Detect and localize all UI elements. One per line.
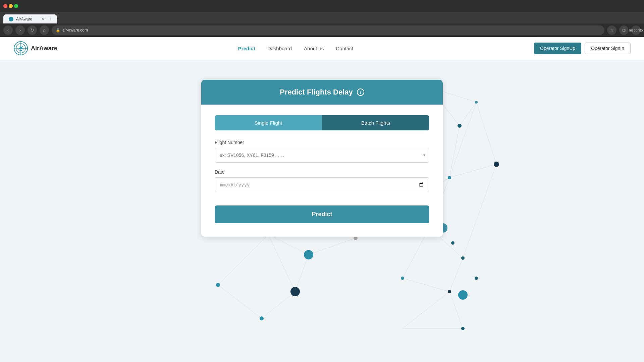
svg-line-22 xyxy=(218,285,262,318)
page-content: AirAware Predict Dashboard About us Cont… xyxy=(0,37,644,362)
logo-area[interactable]: AirAware xyxy=(13,41,57,56)
browser-window-frame xyxy=(0,0,644,12)
svg-point-40 xyxy=(290,287,300,296)
lock-icon: 🔒 xyxy=(56,28,60,33)
svg-point-41 xyxy=(216,283,220,287)
card-header: Predict Flights Delay i xyxy=(201,80,443,105)
card-body: Single Flight Batch Flights Flight Numbe… xyxy=(201,105,443,237)
browser-tab[interactable]: AirAware ✕ + xyxy=(3,14,57,23)
card-title: Predict Flights Delay xyxy=(280,88,353,97)
bookmark-icon[interactable]: ☆ xyxy=(607,25,616,35)
home-button[interactable]: ⌂ xyxy=(40,25,49,35)
nav-link-about[interactable]: About us xyxy=(304,46,324,51)
tab-favicon-icon xyxy=(9,17,13,21)
logo-icon xyxy=(13,41,28,56)
extensions-icon[interactable]: ⧉ xyxy=(619,25,629,35)
url-text: air-aware.com xyxy=(62,28,88,33)
svg-point-34 xyxy=(448,290,451,293)
svg-line-12 xyxy=(449,258,463,292)
flight-number-input[interactable] xyxy=(215,148,429,163)
svg-line-19 xyxy=(295,255,309,292)
main-content: Predict Flights Delay i Single Flight Ba… xyxy=(0,60,644,257)
nav-links: Predict Dashboard About us Contact xyxy=(238,46,353,51)
svg-point-36 xyxy=(461,327,465,330)
predict-card: Predict Flights Delay i Single Flight Ba… xyxy=(201,80,443,237)
flight-number-label: Flight Number xyxy=(215,140,429,145)
info-icon[interactable]: i xyxy=(357,88,364,96)
address-bar[interactable]: 🔒 air-aware.com xyxy=(52,25,604,35)
svg-line-23 xyxy=(262,292,295,318)
nav-actions: Operator SignUp Operator SignIn xyxy=(534,43,631,54)
date-input[interactable] xyxy=(215,177,429,192)
tab-label: AirAware xyxy=(16,17,32,21)
reload-button[interactable]: ↻ xyxy=(28,25,37,35)
tab-bar: AirAware ✕ + xyxy=(0,12,644,23)
logo-text: AirAware xyxy=(31,45,57,52)
svg-line-17 xyxy=(402,292,449,328)
nav-link-predict[interactable]: Predict xyxy=(238,46,255,51)
batch-flights-tab[interactable]: Batch Flights xyxy=(322,115,429,130)
back-button[interactable]: ‹ xyxy=(3,25,13,35)
svg-point-54 xyxy=(20,48,21,49)
navbar: AirAware Predict Dashboard About us Cont… xyxy=(0,37,644,60)
svg-point-42 xyxy=(260,316,264,320)
date-group: Date xyxy=(215,169,429,192)
address-bar-row: ‹ › ↻ ⌂ 🔒 air-aware.com ☆ ⧉ Incognito xyxy=(0,23,644,37)
svg-point-47 xyxy=(475,277,478,280)
flight-number-group: Flight Number ▾ xyxy=(215,140,429,163)
nav-link-dashboard[interactable]: Dashboard xyxy=(267,46,292,51)
operator-signin-button[interactable]: Operator SignIn xyxy=(585,43,631,54)
svg-point-33 xyxy=(461,256,465,260)
tab-buttons: Single Flight Batch Flights xyxy=(215,115,429,130)
svg-point-46 xyxy=(458,290,468,300)
svg-line-13 xyxy=(402,278,449,292)
new-tab-icon[interactable]: + xyxy=(49,16,52,21)
profile-button[interactable]: Incognito xyxy=(631,25,641,35)
forward-button[interactable]: › xyxy=(15,25,25,35)
nav-link-contact[interactable]: Contact xyxy=(336,46,353,51)
flight-number-input-wrapper: ▾ xyxy=(215,148,429,163)
predict-button[interactable]: Predict xyxy=(215,205,429,223)
svg-line-15 xyxy=(449,292,463,328)
date-label: Date xyxy=(215,169,429,175)
svg-point-35 xyxy=(401,277,404,280)
tab-close-icon[interactable]: ✕ xyxy=(41,17,44,21)
single-flight-tab[interactable]: Single Flight xyxy=(215,115,322,130)
operator-signup-button[interactable]: Operator SignUp xyxy=(534,43,581,54)
